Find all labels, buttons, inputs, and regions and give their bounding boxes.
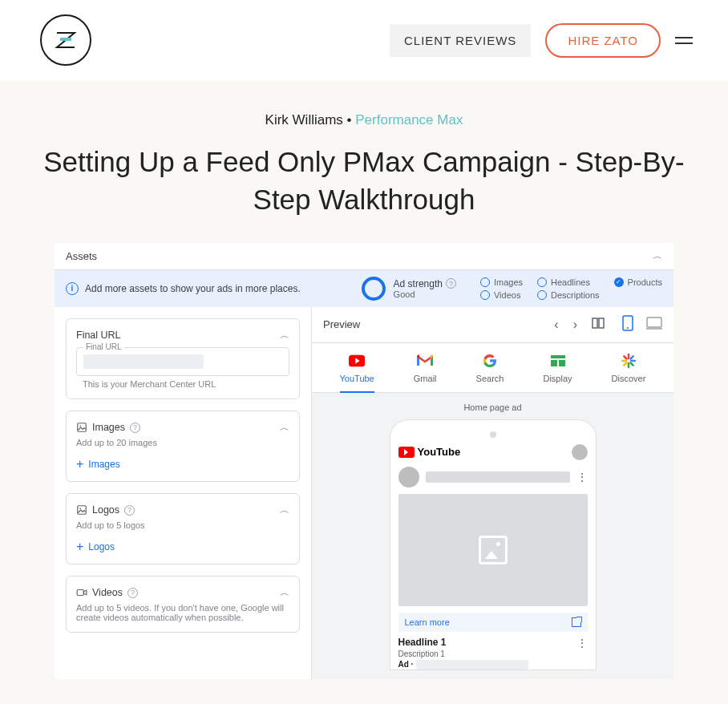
help-icon[interactable]: ? xyxy=(446,278,456,289)
preview-description: Description 1 xyxy=(398,649,529,658)
help-icon[interactable]: ? xyxy=(130,423,140,433)
image-icon xyxy=(76,422,87,433)
columns-icon[interactable] xyxy=(592,317,605,333)
info-text: Add more assets to show your ads in more… xyxy=(85,283,301,294)
youtube-logo: YouTube xyxy=(398,446,461,458)
tab-discover[interactable]: Discover xyxy=(612,353,646,392)
svg-rect-14 xyxy=(551,360,557,366)
tab-gmail[interactable]: Gmail xyxy=(414,353,437,392)
tab-display[interactable]: Display xyxy=(543,353,572,392)
preview-label: Preview xyxy=(323,318,360,330)
final-url-card: Final URL ︿ Final URL This is your Merch… xyxy=(66,318,300,399)
svg-rect-10 xyxy=(647,318,661,327)
redacted-value xyxy=(416,660,528,670)
check-images: Images xyxy=(480,277,523,287)
svg-line-22 xyxy=(624,362,626,365)
svg-line-20 xyxy=(624,356,626,358)
client-reviews-button[interactable]: CLIENT REVIEWS xyxy=(390,24,531,57)
preview-headline: Headline 1 xyxy=(398,637,529,648)
svg-line-21 xyxy=(631,362,633,365)
home-page-ad-label: Home page ad xyxy=(463,403,521,412)
assets-label: Assets xyxy=(66,250,97,262)
svg-rect-7 xyxy=(599,318,604,328)
svg-point-2 xyxy=(79,425,81,427)
chevron-up-icon[interactable]: ︿ xyxy=(280,504,289,517)
chevron-up-icon[interactable]: ︿ xyxy=(280,421,289,435)
logo[interactable] xyxy=(40,14,91,66)
strength-ring-icon xyxy=(362,277,386,301)
phone-mockup: YouTube ⋮ Learn more xyxy=(390,420,596,670)
article-header: Kirk Williams • Performance Max Setting … xyxy=(0,80,728,243)
screenshot-container: Assets ︿ i Add more assets to show your … xyxy=(55,243,673,679)
svg-rect-3 xyxy=(78,506,87,515)
desktop-device-icon[interactable] xyxy=(646,317,662,333)
preview-column: Preview ‹ › YouTube xyxy=(312,307,673,679)
more-icon[interactable]: ⋮ xyxy=(576,637,588,670)
tab-youtube[interactable]: YouTube xyxy=(340,353,374,393)
preview-tabs: YouTube Gmail Search Display Discover xyxy=(312,343,673,393)
tab-search[interactable]: Search xyxy=(476,353,504,392)
chevron-up-icon[interactable]: ︿ xyxy=(280,586,289,600)
more-icon[interactable]: ⋮ xyxy=(576,471,588,483)
final-url-input[interactable]: Final URL xyxy=(76,347,289,376)
author-name: Kirk Williams xyxy=(265,112,343,127)
image-icon xyxy=(76,504,87,516)
check-headlines: Headlines xyxy=(537,277,600,287)
info-strip: i Add more assets to show your ads in mo… xyxy=(55,270,673,307)
help-icon[interactable]: ? xyxy=(127,588,138,598)
ad-label: Ad · xyxy=(398,660,414,669)
assets-left-column: Final URL ︿ Final URL This is your Merch… xyxy=(55,307,312,679)
videos-card: Videos? ︿ Add up to 5 videos. If you don… xyxy=(66,576,300,633)
external-link-icon xyxy=(572,617,581,627)
avatar-placeholder xyxy=(572,444,588,460)
check-videos: Videos xyxy=(480,290,523,300)
svg-line-23 xyxy=(631,356,633,358)
add-images-link[interactable]: +Images xyxy=(76,457,289,471)
ad-strength: Ad strength? Good xyxy=(362,277,456,301)
final-url-helper: This is your Merchant Center URL xyxy=(83,379,289,389)
redacted-value xyxy=(83,354,204,369)
svg-rect-1 xyxy=(78,423,87,432)
learn-more-link[interactable]: Learn more xyxy=(398,613,588,632)
svg-rect-13 xyxy=(551,355,565,358)
chevron-up-icon[interactable]: ︿ xyxy=(280,329,289,342)
assets-panel-header[interactable]: Assets ︿ xyxy=(55,243,673,270)
text-placeholder xyxy=(426,471,570,483)
check-products: ✓Products xyxy=(614,277,662,287)
images-card: Images? ︿ Add up to 20 images +Images xyxy=(66,411,300,482)
asset-checklist: Images Headlines ✓Products Videos Descri… xyxy=(480,277,662,300)
channel-avatar-placeholder xyxy=(398,467,419,488)
next-arrow-icon[interactable]: › xyxy=(573,318,577,332)
mobile-device-icon[interactable] xyxy=(622,315,633,334)
check-descriptions: Descriptions xyxy=(537,290,600,300)
final-url-title: Final URL xyxy=(76,330,121,341)
picture-icon xyxy=(479,536,508,564)
info-icon: i xyxy=(66,282,79,295)
article-title: Setting Up a Feed Only PMax Campaign - S… xyxy=(32,143,696,219)
logos-card: Logos? ︿ Add up to 5 logos +Logos xyxy=(66,493,300,564)
phone-notch xyxy=(490,431,496,438)
image-placeholder xyxy=(398,494,588,606)
svg-point-4 xyxy=(79,508,81,509)
svg-point-9 xyxy=(627,327,629,329)
category-link[interactable]: Performance Max xyxy=(355,112,463,127)
video-icon xyxy=(76,587,87,598)
help-icon[interactable]: ? xyxy=(124,505,135,516)
site-header: CLIENT REVIEWS HIRE ZATO xyxy=(0,0,728,80)
svg-rect-15 xyxy=(559,360,565,366)
add-logos-link[interactable]: +Logos xyxy=(76,540,289,554)
prev-arrow-icon[interactable]: ‹ xyxy=(554,318,558,332)
svg-rect-6 xyxy=(593,318,597,328)
svg-rect-5 xyxy=(77,590,83,596)
chevron-up-icon: ︿ xyxy=(653,249,662,263)
menu-icon[interactable] xyxy=(675,37,693,44)
hire-zato-button[interactable]: HIRE ZATO xyxy=(545,23,661,58)
